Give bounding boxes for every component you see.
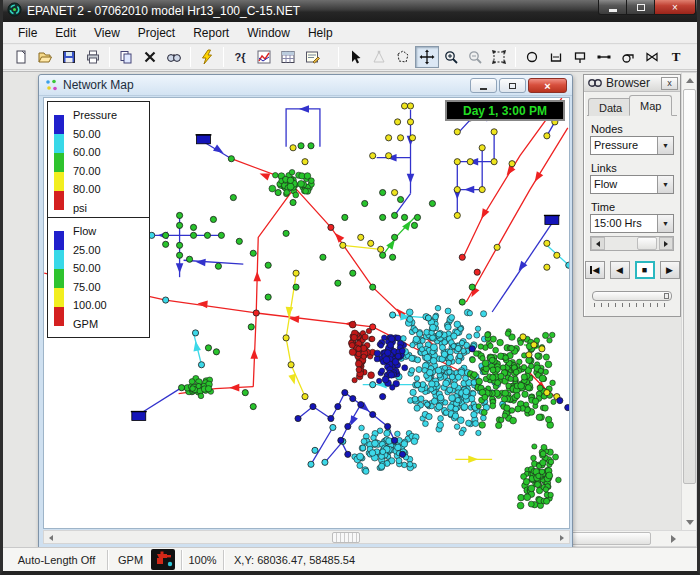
table-button[interactable]: [276, 46, 300, 68]
time-scrollbar[interactable]: [590, 236, 674, 251]
select-object-button[interactable]: [343, 46, 367, 68]
scroll-right-arrow[interactable]: [659, 237, 673, 250]
browser-close-button[interactable]: x: [661, 77, 678, 90]
scrollbar-thumb[interactable]: [637, 237, 657, 250]
chevron-down-icon[interactable]: ▼: [657, 137, 673, 154]
window-title: EPANET 2 - 07062010 model Hr13_100_C-15.…: [27, 4, 300, 18]
add-pipe-button[interactable]: [592, 46, 616, 68]
restore-icon: [509, 83, 516, 89]
pressure-legend-colorbar: [54, 115, 64, 217]
legend-value: 80.00: [73, 180, 117, 199]
mdi-vertical-scrollbar[interactable]: [681, 72, 697, 531]
chevron-down-icon[interactable]: ▼: [657, 215, 673, 232]
browser-panel: Browser x Data Map Nodes Pressure ▼ Link…: [583, 74, 681, 317]
step-back-button[interactable]: ◀: [610, 261, 630, 279]
scrollbar-thumb[interactable]: [683, 89, 696, 484]
network-map-titlebar[interactable]: Network Map ×: [39, 75, 572, 96]
zoom-level-status: 100%: [182, 550, 224, 570]
animation-speed-slider[interactable]: [592, 291, 672, 301]
map-minimize-button[interactable]: [470, 78, 497, 93]
save-button[interactable]: [57, 46, 81, 68]
graph-button[interactable]: [252, 46, 276, 68]
map-restore-button[interactable]: [499, 78, 526, 93]
nodes-label: Nodes: [591, 123, 680, 135]
add-tank-button[interactable]: [568, 46, 592, 68]
scroll-left-arrow[interactable]: [591, 237, 605, 250]
legend-color: [54, 191, 64, 210]
minimize-button[interactable]: [598, 0, 627, 15]
scrollbar-thumb[interactable]: [332, 532, 360, 543]
rewind-icon: ◀: [593, 265, 600, 275]
add-pump-button[interactable]: [616, 46, 640, 68]
faucet-icon: [151, 549, 175, 570]
open-file-button[interactable]: [33, 46, 57, 68]
menu-window[interactable]: Window: [238, 23, 299, 43]
browser-title: Browser: [606, 76, 661, 90]
full-extent-button[interactable]: [487, 46, 511, 68]
tab-map[interactable]: Map: [629, 95, 672, 116]
copy-button[interactable]: [114, 46, 138, 68]
menu-edit[interactable]: Edit: [46, 23, 85, 43]
scroll-right-arrow[interactable]: [556, 532, 568, 543]
scroll-left-arrow[interactable]: [45, 532, 57, 543]
flow-legend-colorbar: [54, 231, 64, 333]
title-bar[interactable]: EPANET 2 - 07062010 model Hr13_100_C-15.…: [0, 0, 700, 22]
toolbar-separator: [338, 47, 339, 67]
browser-titlebar[interactable]: Browser x: [584, 75, 680, 92]
menu-project[interactable]: Project: [129, 23, 184, 43]
add-valve-button[interactable]: [640, 46, 664, 68]
play-forward-button[interactable]: ▶: [660, 261, 680, 279]
legend-color: [54, 250, 64, 269]
close-button[interactable]: ×: [654, 0, 696, 15]
print-button[interactable]: [81, 46, 105, 68]
add-junction-button[interactable]: [520, 46, 544, 68]
add-reservoir-button[interactable]: [544, 46, 568, 68]
zoom-in-button[interactable]: [439, 46, 463, 68]
scroll-right-arrow[interactable]: [667, 532, 680, 545]
flow-legend[interactable]: Flow 25.00 50.00 75.00 100.00 GPM: [47, 217, 150, 338]
close-icon: ×: [544, 80, 550, 92]
links-select[interactable]: Flow ▼: [590, 175, 674, 194]
legend-title: Flow: [73, 222, 107, 241]
menu-help[interactable]: Help: [299, 23, 342, 43]
menu-view[interactable]: View: [85, 23, 129, 43]
minimize-icon: [480, 88, 487, 90]
find-button[interactable]: [162, 46, 186, 68]
stop-button[interactable]: ■: [635, 261, 655, 279]
delete-button[interactable]: [138, 46, 162, 68]
rewind-button[interactable]: ◀: [585, 261, 605, 279]
menu-file[interactable]: File: [9, 23, 46, 43]
nodes-select[interactable]: Pressure ▼: [590, 136, 674, 155]
slider-thumb[interactable]: [664, 293, 669, 299]
legend-value: 70.00: [73, 162, 117, 181]
tab-data[interactable]: Data: [588, 98, 633, 116]
stop-icon: ■: [642, 265, 647, 275]
map-horizontal-scrollbar[interactable]: [43, 530, 570, 544]
select-vertex-button[interactable]: [367, 46, 391, 68]
run-button[interactable]: [195, 46, 219, 68]
scroll-up-arrow[interactable]: [683, 74, 696, 87]
menu-report[interactable]: Report: [184, 23, 238, 43]
scroll-down-arrow[interactable]: [683, 516, 696, 529]
pressure-legend[interactable]: Pressure 50.00 60.00 70.00 80.00 psi: [47, 101, 150, 222]
options-button[interactable]: [300, 46, 324, 68]
select-region-button[interactable]: [391, 46, 415, 68]
links-label: Links: [591, 162, 680, 174]
zoom-out-button[interactable]: [463, 46, 487, 68]
status-bar: Auto-Length Off GPM 100% X,Y: 68036.47, …: [3, 547, 697, 571]
legend-color: [54, 269, 64, 288]
links-select-value: Flow: [591, 176, 657, 193]
network-map-title: Network Map: [63, 78, 134, 92]
minimize-icon: [609, 9, 617, 12]
add-label-button[interactable]: T: [664, 46, 688, 68]
legend-value: 25.00: [73, 241, 107, 260]
play-icon: ▶: [666, 265, 673, 275]
toolbar-separator: [109, 47, 110, 67]
chevron-down-icon[interactable]: ▼: [657, 176, 673, 193]
new-file-button[interactable]: [9, 46, 33, 68]
time-select[interactable]: 15:00 Hrs ▼: [590, 214, 674, 233]
map-close-button[interactable]: ×: [528, 78, 567, 93]
maximize-button[interactable]: [627, 0, 654, 15]
query-button[interactable]: ?{: [228, 46, 252, 68]
pan-button[interactable]: [415, 46, 439, 68]
